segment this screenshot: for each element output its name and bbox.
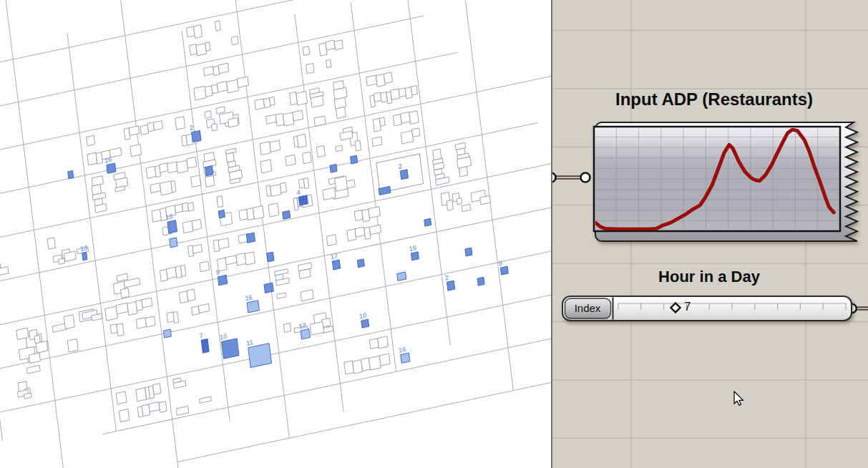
map-building-label: 16 bbox=[398, 345, 406, 354]
map-building-label: 12 bbox=[298, 321, 307, 330]
app-window: 21624109171629107101116121610 bbox=[0, 0, 868, 468]
slider-title: Hour in a Day bbox=[658, 268, 760, 286]
map-blue-building bbox=[163, 329, 171, 338]
map-blue-building bbox=[477, 277, 484, 286]
rhino-viewport[interactable]: 21624109171629107101116121610 bbox=[0, 0, 551, 468]
map-blue-building bbox=[401, 353, 410, 363]
map-blue-building bbox=[205, 166, 213, 176]
map-blue-building bbox=[351, 155, 358, 164]
map-blue-building bbox=[170, 238, 177, 248]
map-blue-building bbox=[411, 252, 419, 260]
mouse-cursor bbox=[734, 391, 743, 405]
map-blue-building bbox=[447, 281, 454, 291]
map-building-label: 16 bbox=[104, 155, 112, 165]
grasshopper-canvas[interactable]: Input ADP (Restaurants) Hour in a Day In… bbox=[551, 0, 868, 468]
map-blue-building bbox=[500, 266, 508, 275]
map-blue-building bbox=[107, 163, 116, 173]
canvas-edge-connector[interactable] bbox=[552, 173, 556, 182]
map-blue-building bbox=[424, 218, 431, 226]
map-blue-building bbox=[201, 338, 209, 353]
map-blue-building bbox=[330, 164, 337, 172]
map-building-label: 16 bbox=[409, 243, 417, 253]
map-building-label: 10 bbox=[219, 332, 228, 341]
map-blue-building bbox=[400, 170, 408, 180]
graph-mapper-component[interactable] bbox=[594, 122, 857, 241]
slider-name-label[interactable]: Index bbox=[565, 298, 610, 318]
map-blue-building bbox=[192, 130, 201, 142]
graph-mapper-title: Input ADP (Restaurants) bbox=[615, 89, 813, 109]
map-blue-building bbox=[167, 220, 177, 233]
graph-input-grip[interactable] bbox=[581, 173, 590, 182]
map-building-label: 16 bbox=[245, 293, 253, 302]
map-blue-building bbox=[465, 248, 472, 256]
map-blue-building bbox=[283, 210, 291, 219]
map-blue-building bbox=[248, 343, 272, 368]
map-blue-building bbox=[222, 338, 239, 359]
city-map: 21624109171629107101116121610 bbox=[0, 0, 551, 468]
map-blue-building bbox=[397, 272, 406, 281]
map-blue-building bbox=[357, 259, 364, 268]
slider-value-text: 7 bbox=[684, 300, 691, 314]
map-building-label: 10 bbox=[165, 212, 173, 221]
map-building-label: 10 bbox=[79, 243, 88, 253]
map-blue-building bbox=[301, 329, 310, 339]
map-blue-building bbox=[298, 195, 308, 205]
map-blue-building bbox=[218, 275, 227, 285]
map-blue-building bbox=[361, 319, 369, 328]
map-building-label: 10 bbox=[359, 311, 367, 321]
map-blue-building bbox=[82, 253, 87, 260]
map-blue-building bbox=[246, 233, 255, 243]
map-blue-building bbox=[68, 170, 74, 178]
map-blue-building bbox=[332, 260, 340, 270]
map-blue-building bbox=[264, 283, 273, 293]
map-blue-building bbox=[247, 301, 259, 313]
map-building-label: 17 bbox=[330, 251, 338, 260]
map-blue-building bbox=[267, 252, 274, 262]
map-blue-building bbox=[218, 210, 225, 218]
